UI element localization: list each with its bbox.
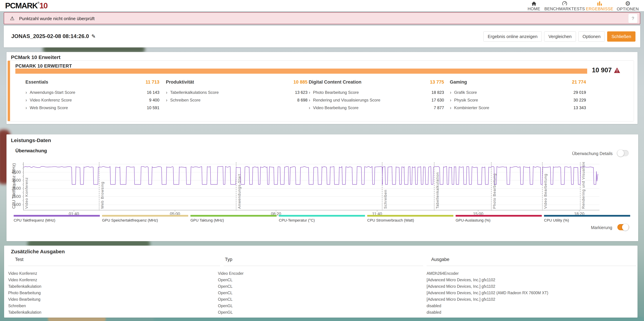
score-card: PCMARK 10 ERWEITERT 10 907 Essentials11 …	[8, 61, 634, 121]
table-cell: AMDh264Encoder	[426, 271, 459, 276]
chevron-right-icon: ›	[450, 98, 451, 102]
table-cell: OpenCL	[218, 291, 232, 295]
test-row[interactable]: ›Rendering und Visualisierungs Score17 6…	[309, 98, 444, 102]
group-score: 21 774	[572, 79, 586, 85]
table-cell: [Advanced Micro Devices, Inc.] gfx1102	[426, 297, 495, 302]
test-label: Photo Bearbeitung Score	[313, 90, 359, 95]
test-row[interactable]: ›Video Konferenz Score9 400	[26, 98, 160, 102]
legend-swatch	[190, 215, 276, 217]
group-name: Digital Content Creation	[309, 79, 362, 85]
legend-swatch	[102, 215, 188, 217]
edit-pencil-icon[interactable]: ✎	[91, 33, 96, 39]
group-name: Essentials	[26, 79, 48, 85]
legend-item[interactable]: CPU Utility (%)	[544, 215, 630, 223]
barchart-icon	[597, 0, 602, 6]
column-header-typ: Typ	[225, 257, 232, 262]
score-section: PCMark 10 Erweitert PCMARK 10 ERWEITERT …	[6, 52, 638, 124]
test-row[interactable]: ›Anwendungs-Start Score16 143	[26, 90, 160, 95]
legend-item[interactable]: GPU-Auslastung (%)	[456, 215, 542, 223]
result-name: JONAS_2025-02-08 08:14:26.0	[11, 33, 89, 39]
total-score-bar	[15, 68, 587, 74]
legend-item[interactable]: GPU Speichertaktfrequenz (MHz)	[102, 215, 188, 223]
nav-item-benchmarktests[interactable]: BENCHMARKTESTS	[545, 0, 584, 11]
nav-item-ergebnisse[interactable]: ERGEBNISSE	[584, 0, 615, 11]
legend-label: CPU-Temperatur (°C)	[279, 218, 365, 223]
result-title: JONAS_2025-02-08 08:14:26.0✎	[11, 33, 96, 39]
legend-item[interactable]: CPU Stromverbrauch (Watt)	[367, 215, 454, 223]
markierung-toggle[interactable]	[618, 224, 629, 230]
marker-toggle-label: Markierung	[591, 225, 612, 230]
monitoring-chart[interactable]: Video KonferenzWeb BrowsingAnwendungs-St…	[21, 162, 602, 218]
legend-swatch	[544, 215, 630, 217]
y-tick-label: 3500	[6, 178, 21, 183]
table-cell: Schreiben	[8, 304, 26, 308]
toggle-knob	[622, 224, 629, 231]
table-cell: OpenCL	[218, 297, 232, 302]
group-name: Gaming	[450, 79, 467, 85]
chevron-right-icon: ›	[309, 98, 310, 102]
test-row[interactable]: ›Physik Score30 229	[450, 98, 586, 102]
nav-item-optionen[interactable]: ⚙OPTIONEN	[615, 0, 640, 11]
home-icon	[531, 0, 537, 6]
table-cell: OpenCL	[218, 278, 232, 282]
pcmark-logo: PCMARK®10	[5, 1, 48, 10]
compare-button[interactable]: Vergleichen	[544, 31, 576, 42]
score-group-4: Gaming21 774›Grafik Score29 019›Physik S…	[450, 79, 586, 85]
total-score: 10 907	[592, 66, 620, 74]
legend-item[interactable]: CPU-Temperatur (°C)	[279, 215, 365, 223]
table-cell: Tabellenkalkulation	[8, 310, 41, 315]
table-cell: Video Encoder	[218, 271, 244, 276]
close-button[interactable]: Schließen	[607, 31, 636, 42]
test-row[interactable]: ›Schreiben Score8 698	[166, 98, 308, 102]
test-row[interactable]: ›Photo Bearbeitung Score18 823	[309, 90, 444, 95]
test-label: Grafik Score	[454, 90, 477, 95]
table-cell: OpenGL	[218, 310, 233, 315]
test-row[interactable]: ›Grafik Score29 019	[450, 90, 586, 95]
table-cell: [Advanced Micro Devices, Inc.] gfx1102	[426, 278, 495, 282]
legend-item[interactable]: CPU Taktfrequenz (MHz)	[14, 215, 100, 223]
test-row[interactable]: ›Web Browsing Score10 591	[26, 105, 160, 110]
score-groups: Essentials11 713›Anwendungs-Start Score1…	[10, 79, 634, 119]
nav-label: HOME	[528, 6, 540, 11]
test-label: Schreiben Score	[170, 98, 200, 102]
legend-label: CPU Utility (%)	[544, 218, 630, 223]
table-cell: OpenCL	[218, 284, 232, 289]
table-cell: Video Konferenz	[8, 271, 37, 276]
legend-label: GPU-Auslastung (%)	[456, 218, 542, 223]
app-window: PCMARK®10 HOMEBENCHMARKTESTSERGEBNISSE⚙O…	[0, 0, 644, 321]
options-button[interactable]: Optionen	[578, 31, 605, 42]
y-tick-label: 4500	[6, 170, 21, 174]
legend-swatch	[279, 215, 365, 217]
table-cell: Photo Bearbeitung	[8, 291, 41, 295]
performance-heading: Leistungs-Daten	[11, 137, 51, 143]
warning-banner: ⚠ Punktzahl wurde nicht online überprüft…	[4, 12, 640, 24]
help-button[interactable]: ?	[628, 14, 638, 23]
warning-text: Punktzahl wurde nicht online überprüft	[19, 16, 94, 21]
legend-item[interactable]: GPU Taktung (MHz)	[190, 215, 276, 223]
legend-label: GPU Taktung (MHz)	[190, 218, 276, 223]
phase-label: Schreiben	[383, 190, 388, 209]
ueberwachung-details-toggle[interactable]	[617, 150, 629, 156]
chevron-right-icon: ›	[450, 90, 451, 94]
test-value: 7 877	[434, 105, 444, 110]
legend-label: CPU Taktfrequenz (MHz)	[14, 218, 100, 223]
legend-swatch	[456, 215, 542, 217]
chevron-right-icon: ›	[166, 98, 168, 102]
group-name: Produktivität	[166, 79, 194, 85]
outputs-heading: Zusätzliche Ausgaben	[11, 249, 65, 255]
test-row[interactable]: ›Video Bearbeitung Score7 877	[309, 105, 444, 110]
logo-registered-mark: ®	[38, 1, 40, 4]
show-result-online-button[interactable]: Ergebnis online anzeigen	[484, 31, 542, 42]
chevron-right-icon: ›	[309, 90, 310, 94]
performance-section: Leistungs-Daten Überwachung Überwachung …	[6, 134, 638, 241]
test-row[interactable]: ›Tabellenkalkulations Score13 623	[166, 90, 308, 95]
table-cell: Tabellenkalkulation	[8, 284, 41, 289]
nav-item-home[interactable]: HOME	[523, 0, 545, 11]
test-label: Kombinierter Score	[454, 105, 489, 110]
top-bar: PCMARK®10 HOMEBENCHMARKTESTSERGEBNISSE⚙O…	[0, 0, 644, 11]
chevron-right-icon: ›	[166, 90, 168, 94]
test-value: 29 019	[574, 90, 586, 95]
test-label: Physik Score	[454, 98, 478, 102]
score-group-2: Produktivität10 885›Tabellenkalkulations…	[166, 79, 308, 85]
test-row[interactable]: ›Kombinierter Score13 343	[450, 105, 586, 110]
